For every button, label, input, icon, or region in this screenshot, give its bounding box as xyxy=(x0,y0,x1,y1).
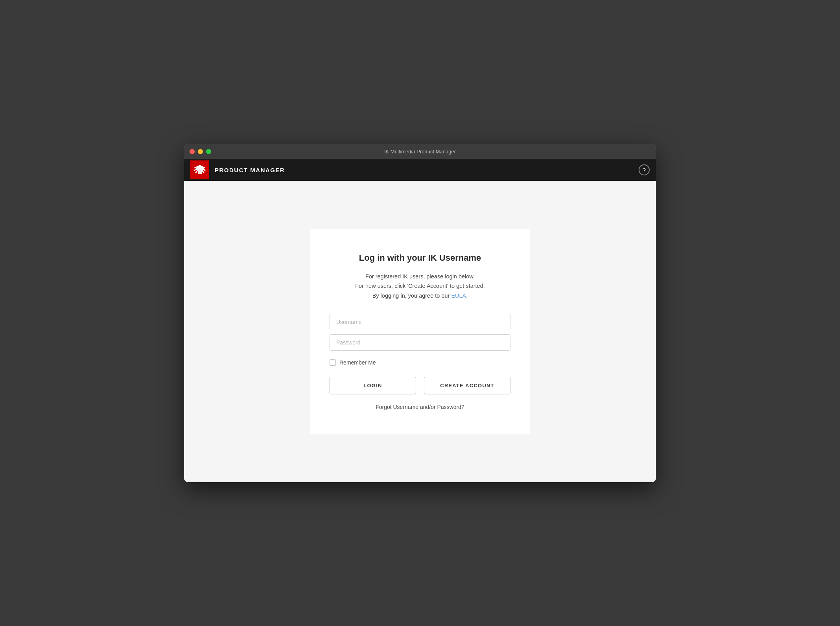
login-panel: Log in with your IK Username For registe… xyxy=(310,229,530,434)
window-title: IK Multimedia Product Manager xyxy=(384,149,456,155)
title-bar: IK Multimedia Product Manager xyxy=(184,144,656,159)
description-line3-prefix: By logging in, you agree to our xyxy=(372,293,451,299)
login-title: Log in with your IK Username xyxy=(359,253,481,263)
description-line2: For new users, click 'Create Account' to… xyxy=(355,283,485,289)
button-row: LOGIN CREATE ACCOUNT xyxy=(330,377,510,394)
minimize-button[interactable] xyxy=(198,149,203,154)
remember-me-row: Remember Me xyxy=(330,359,510,366)
description-line3-suffix: . xyxy=(466,293,468,299)
description-line1: For registered IK users, please login be… xyxy=(365,273,475,280)
app-name: PRODUCT MANAGER xyxy=(215,167,285,173)
help-button[interactable]: ? xyxy=(639,164,650,175)
window-controls xyxy=(190,149,211,154)
logo-icon xyxy=(194,165,206,175)
password-input[interactable] xyxy=(330,334,510,351)
main-content: Log in with your IK Username For registe… xyxy=(184,181,656,482)
password-field-group xyxy=(330,334,510,351)
username-field-group xyxy=(330,314,510,330)
create-account-button[interactable]: CREATE ACCOUNT xyxy=(424,377,510,394)
close-button[interactable] xyxy=(190,149,195,154)
header-left: PRODUCT MANAGER xyxy=(190,160,285,179)
app-header: PRODUCT MANAGER ? xyxy=(184,159,656,181)
logo-box xyxy=(190,160,209,179)
eula-link[interactable]: EULA xyxy=(451,293,466,299)
login-button[interactable]: LOGIN xyxy=(330,377,416,394)
forgot-password-link[interactable]: Forgot Username and/or Password? xyxy=(376,404,464,410)
username-input[interactable] xyxy=(330,314,510,330)
maximize-button[interactable] xyxy=(206,149,211,154)
remember-me-label[interactable]: Remember Me xyxy=(339,359,376,366)
app-window: IK Multimedia Product Manager PRODUCT MA… xyxy=(184,144,656,482)
login-description: For registered IK users, please login be… xyxy=(355,272,485,301)
remember-me-checkbox[interactable] xyxy=(330,359,336,366)
